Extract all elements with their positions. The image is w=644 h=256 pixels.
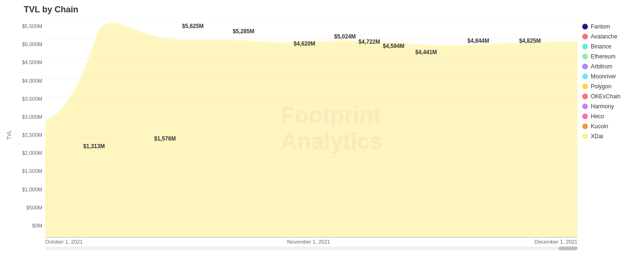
legend-label: Ethereum [591,53,615,60]
legend-dot [582,64,588,69]
y-tick: $4,000M [14,78,45,84]
data-label-7: $4,722M [358,38,380,45]
legend-item: Ethereum [582,53,639,60]
main-chart: $1,313M $1,576M $5,625M $5,285M $4,620M … [45,19,577,238]
legend-dot [582,104,588,109]
legend-item: Arbitrum [582,63,639,70]
legend-item: Heco [582,113,639,120]
data-label-3: $5,625M [182,23,204,29]
legend-dot [582,74,588,79]
scrollbar-track[interactable] [45,247,577,250]
legend-dot [582,133,588,139]
chart-main: $5,500M$5,000M$4,500M$4,000M$3,500M$3,00… [14,19,577,251]
data-label-6: $5,024M [334,33,356,40]
y-tick: $5,000M [14,41,45,47]
data-label-11: $4,825M [519,37,541,44]
legend-label: Moonriver [591,73,616,80]
x-tick-dec: December 1, 2021 [534,239,577,245]
legend-label: Harmony [591,103,614,110]
legend-item: Kucoin [582,123,639,130]
legend-item: Polygon [582,83,639,90]
legend-dot [582,24,588,29]
legend: FantomAvalancheBinanceEthereumArbitrumMo… [577,19,639,251]
legend-label: OKExChain [591,93,621,100]
legend-item: Harmony [582,103,639,110]
legend-item: XDai [582,133,639,140]
legend-label: Polygon [591,83,611,90]
chart-area: $5,500M$5,000M$4,500M$4,000M$3,500M$3,00… [14,19,577,238]
y-tick: $0M [14,223,45,228]
legend-dot [582,114,588,119]
scrollbar-thumb[interactable] [558,247,577,250]
legend-label: Heco [591,113,604,120]
y-axis-label: TVL [5,19,13,251]
data-label-10: $4,844M [468,37,490,44]
legend-label: Avalanche [591,33,617,40]
data-label-1: $1,313M [83,143,105,150]
legend-item: Moonriver [582,73,639,80]
legend-item: Avalanche [582,33,639,40]
legend-label: Kucoin [591,123,608,130]
legend-dot [582,44,588,49]
legend-item: Fantom [582,23,639,30]
legend-label: Arbitrum [591,63,612,70]
legend-dot [582,123,588,129]
chart-title: TVL by Chain [24,5,639,15]
data-label-9: $4,441M [415,49,437,56]
data-label-4: $5,285M [233,28,255,35]
x-tick-oct: October 1, 2021 [45,239,83,245]
y-axis: $5,500M$5,000M$4,500M$4,000M$3,500M$3,00… [14,19,45,238]
legend-dot [582,54,588,59]
y-tick: $4,500M [14,59,45,65]
legend-dot [582,34,588,39]
svg-area: FootprintAnalytics [45,19,577,238]
data-label-5: $4,620M [294,40,316,47]
y-tick: $2,000M [14,150,45,156]
x-tick-nov: November 1, 2021 [287,239,330,245]
y-tick: $2,500M [14,132,45,138]
y-tick: $500M [14,205,45,210]
legend-item: Binance [582,43,639,50]
data-label-2: $1,576M [154,135,176,142]
chart-body: TVL $5,500M$5,000M$4,500M$4,000M$3,500M$… [5,19,639,251]
legend-item: OKExChain [582,93,639,100]
legend-label: Binance [591,43,611,50]
y-tick: $3,000M [14,114,45,120]
y-tick: $1,000M [14,187,45,192]
y-tick: $1,500M [14,168,45,174]
x-axis: October 1, 2021 November 1, 2021 Decembe… [14,239,577,245]
scrollbar-area[interactable] [14,246,577,251]
legend-label: Fantom [591,23,610,30]
data-label-8: $4,594M [383,42,404,49]
y-tick: $3,500M [14,96,45,102]
legend-dot [582,84,588,89]
chart-container: TVL by Chain TVL $5,500M$5,000M$4,500M$4… [0,0,644,256]
legend-dot [582,94,588,99]
legend-label: XDai [591,133,603,140]
y-tick: $5,500M [14,23,45,29]
